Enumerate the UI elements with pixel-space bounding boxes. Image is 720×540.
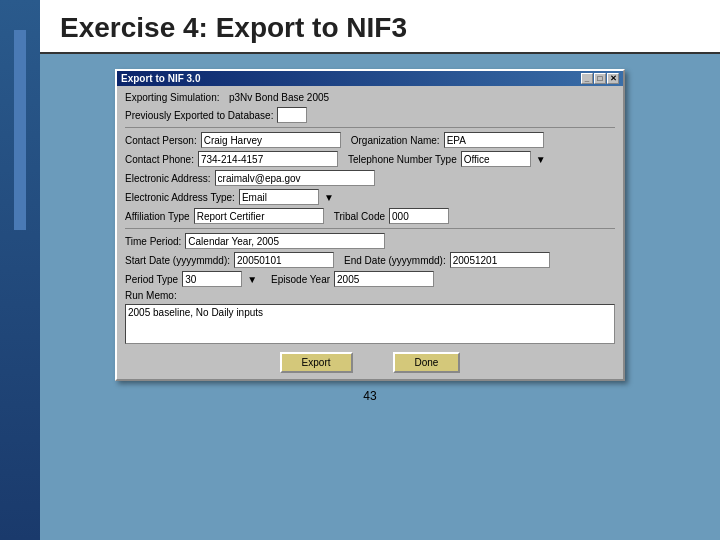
sidebar xyxy=(0,0,40,540)
run-memo-row: Run Memo: xyxy=(125,290,615,301)
exporting-label: Exporting Simulation: xyxy=(125,92,225,103)
previously-exported-input[interactable] xyxy=(277,107,307,123)
tribal-code-input[interactable] xyxy=(389,208,449,224)
time-period-row: Time Period: xyxy=(125,233,615,249)
run-memo-textarea[interactable]: 2005 baseline, No Daily inputs xyxy=(125,304,615,344)
main-content: Export to NIF 3.0 _ □ ✕ Exporting Simula… xyxy=(0,54,720,540)
affiliation-tribal-row: Affiliation Type Tribal Code xyxy=(125,208,615,224)
previously-exported-row: Previously Exported to Database: xyxy=(125,107,615,123)
export-dialog: Export to NIF 3.0 _ □ ✕ Exporting Simula… xyxy=(115,69,625,381)
slide-title: Exercise 4: Export to NIF3 xyxy=(60,12,407,44)
time-period-input[interactable] xyxy=(185,233,385,249)
minimize-button[interactable]: _ xyxy=(581,73,593,84)
period-type-label: Period Type xyxy=(125,274,178,285)
electronic-address-row: Electronic Address: xyxy=(125,170,615,186)
slide-container: Exercise 4: Export to NIF3 Export to NIF… xyxy=(0,0,720,540)
close-button[interactable]: ✕ xyxy=(607,73,619,84)
telephone-type-label: Telephone Number Type xyxy=(348,154,457,165)
episode-year-label: Episode Year xyxy=(271,274,330,285)
electronic-address-label: Electronic Address: xyxy=(125,173,211,184)
period-episode-row: Period Type ▼ Episode Year xyxy=(125,271,615,287)
dialog-titlebar: Export to NIF 3.0 _ □ ✕ xyxy=(117,71,623,86)
episode-year-input[interactable] xyxy=(334,271,434,287)
contact-person-label: Contact Person: xyxy=(125,135,197,146)
done-button[interactable]: Done xyxy=(393,352,461,373)
exporting-row: Exporting Simulation: p3Nv Bond Base 200… xyxy=(125,92,615,103)
button-row: Export Done xyxy=(125,352,615,373)
org-name-label: Organization Name: xyxy=(351,135,440,146)
electronic-address-type-row: Electronic Address Type: ▼ xyxy=(125,189,615,205)
page-number: 43 xyxy=(363,389,376,403)
contact-org-row: Contact Person: Organization Name: xyxy=(125,132,615,148)
telephone-type-input[interactable] xyxy=(461,151,531,167)
electronic-address-type-input[interactable] xyxy=(239,189,319,205)
electronic-address-input[interactable] xyxy=(215,170,375,186)
tribal-code-label: Tribal Code xyxy=(334,211,385,222)
end-date-input[interactable] xyxy=(450,252,550,268)
affiliation-type-label: Affiliation Type xyxy=(125,211,190,222)
slide-header: Exercise 4: Export to NIF3 xyxy=(0,0,720,54)
dialog-body: Exporting Simulation: p3Nv Bond Base 200… xyxy=(117,86,623,379)
time-period-label: Time Period: xyxy=(125,236,181,247)
org-name-input[interactable] xyxy=(444,132,544,148)
contact-phone-input[interactable] xyxy=(198,151,338,167)
affiliation-type-input[interactable] xyxy=(194,208,324,224)
start-date-input[interactable] xyxy=(234,252,334,268)
period-type-input[interactable] xyxy=(182,271,242,287)
exporting-value: p3Nv Bond Base 2005 xyxy=(229,92,329,103)
contact-phone-label: Contact Phone: xyxy=(125,154,194,165)
previously-exported-label: Previously Exported to Database: xyxy=(125,110,273,121)
sidebar-stripe xyxy=(14,30,26,230)
dialog-title: Export to NIF 3.0 xyxy=(121,73,200,84)
start-date-label: Start Date (yyyymmdd): xyxy=(125,255,230,266)
titlebar-buttons: _ □ ✕ xyxy=(581,73,619,84)
date-row: Start Date (yyyymmdd): End Date (yyyymmd… xyxy=(125,252,615,268)
export-button[interactable]: Export xyxy=(280,352,353,373)
phone-type-row: Contact Phone: Telephone Number Type ▼ xyxy=(125,151,615,167)
end-date-label: End Date (yyyymmdd): xyxy=(344,255,446,266)
electronic-address-type-label: Electronic Address Type: xyxy=(125,192,235,203)
run-memo-label: Run Memo: xyxy=(125,290,177,301)
maximize-button[interactable]: □ xyxy=(594,73,606,84)
contact-person-input[interactable] xyxy=(201,132,341,148)
